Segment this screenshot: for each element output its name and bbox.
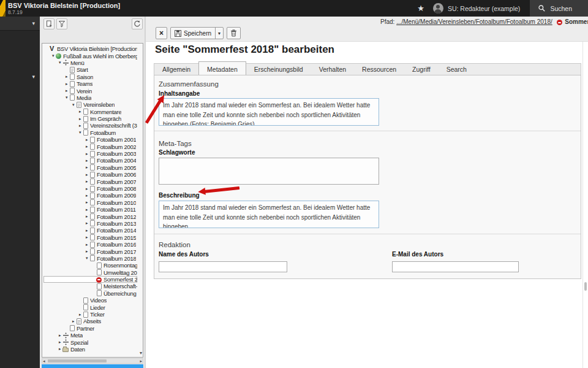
tree-item[interactable]: Rosenmontagszug 201: [43, 262, 137, 269]
tree-expander[interactable]: ▸: [84, 144, 89, 149]
tree-item[interactable]: Start: [43, 66, 137, 73]
tree-item[interactable]: ▸ Fotoalbum 2002: [43, 143, 137, 150]
tree-expander[interactable]: ▾: [64, 95, 69, 100]
tree-item[interactable]: ▸ Fotoalbum 2015: [43, 234, 137, 241]
tree-expander[interactable]: ▾: [57, 60, 62, 65]
tree-item[interactable]: ▸ Fotoalbum 2017: [43, 248, 137, 255]
tree-expander[interactable]: ▸: [70, 319, 76, 324]
tree-expander[interactable]: ▸: [84, 242, 89, 247]
tree-item[interactable]: ▸ Fotoalbum 2008: [43, 185, 137, 192]
tree-item[interactable]: ▾ Fotoalbum: [43, 129, 137, 136]
tree-item[interactable]: ▸ Fotoalbum 2016: [43, 241, 137, 248]
new-page-button[interactable]: [43, 18, 55, 29]
tree-item[interactable]: ▸ Fotoalbum 2011: [43, 206, 137, 213]
close-button[interactable]: ×: [156, 27, 167, 39]
tree-expander[interactable]: ▸: [84, 228, 89, 233]
favorites-star-icon[interactable]: ★: [417, 0, 424, 17]
tree-item[interactable]: ▾ Fußball aus Wiehl im Oberbergischen: [43, 52, 137, 59]
tab-allgemein[interactable]: Allgemein: [154, 64, 198, 75]
avatar[interactable]: [433, 3, 443, 13]
hscroll-right-icon[interactable]: ▸: [140, 359, 142, 364]
tab-erscheinungsbild[interactable]: Erscheinungsbild: [246, 64, 311, 75]
tree-item[interactable]: ▸ Vereinszeitschrift (360 GRA: [43, 122, 137, 129]
tree-expander[interactable]: ▸: [84, 158, 89, 163]
author-email-input[interactable]: [392, 261, 519, 272]
tree-expander[interactable]: ▸: [77, 109, 83, 114]
hscroll-left-icon[interactable]: ◂: [43, 359, 45, 364]
refresh-button[interactable]: [132, 18, 143, 29]
tree-expander[interactable]: ▸: [57, 333, 62, 338]
tree-item[interactable]: ▾ Vereinsleben: [43, 101, 137, 108]
tree-item[interactable]: ▸ Fotoalbum 2005: [43, 164, 137, 171]
tab-verhalten[interactable]: Verhalten: [311, 64, 354, 75]
tree-item[interactable]: ▸ Fotoalbum 2006: [43, 171, 137, 178]
schlagworte-textarea[interactable]: [159, 158, 379, 185]
tree-item[interactable]: ▸ Verein: [43, 87, 137, 94]
tree-vscroll-down-icon[interactable]: ▾: [140, 350, 142, 356]
tree-expander[interactable]: ▸: [84, 179, 89, 184]
tree-expander[interactable]: ▸: [64, 74, 69, 79]
rail-caret-mid-icon[interactable]: ▾: [32, 74, 35, 80]
tree-item[interactable]: ▾ Menü: [43, 59, 137, 66]
tree-item[interactable]: ▸ Abseits: [43, 318, 137, 324]
tree-expander[interactable]: ▾: [70, 102, 76, 107]
tree-expander[interactable]: ▸: [84, 221, 89, 226]
tab-ressourcen[interactable]: Ressourcen: [354, 64, 404, 75]
author-name-input[interactable]: [159, 261, 287, 272]
tree-item[interactable]: Überreichung der Sch: [43, 290, 137, 297]
tree-item[interactable]: ▸ Ticker: [43, 311, 137, 318]
tree-item[interactable]: Umwelttag 2018: [43, 269, 137, 276]
tree-item[interactable]: ▸ Kommentare: [43, 109, 137, 115]
tree-item[interactable]: Meisterschaft- und Au: [43, 283, 137, 289]
tree-expander[interactable]: ▸: [84, 207, 89, 212]
tree-expander[interactable]: ▸: [77, 123, 83, 128]
beschreibung-textarea[interactable]: Im Jahr 2018 stand mal wieder ein Sommer…: [159, 201, 379, 228]
tree-expander[interactable]: ▸: [84, 165, 89, 170]
tree-expander[interactable]: ▸: [84, 235, 89, 240]
tree-item[interactable]: Lieder: [43, 304, 137, 310]
tree-item[interactable]: ▸ Fotoalbum 2003: [43, 150, 137, 157]
tree-item[interactable]: ▸ Fotoalbum 2007: [43, 178, 137, 185]
tree-item[interactable]: Sommerfest 2018: [43, 276, 137, 283]
tree-expander[interactable]: ▸: [84, 193, 89, 198]
tree-expander[interactable]: ▸: [64, 82, 69, 86]
tree-item[interactable]: Partner: [43, 325, 137, 332]
delete-button[interactable]: [227, 27, 241, 39]
tree-expander[interactable]: ▸: [77, 117, 83, 121]
tree-item[interactable]: ▸ Fotoalbum 2009: [43, 192, 137, 199]
tab-search[interactable]: Search: [439, 64, 475, 75]
window-scrollbar-thumb[interactable]: [584, 282, 587, 291]
tab-zugriff[interactable]: Zugriff: [404, 64, 439, 75]
tree-expander[interactable]: ▾: [50, 53, 56, 58]
tree-item[interactable]: ▸ Fotoalbum 2014: [43, 227, 137, 234]
tree-expander[interactable]: ▸: [84, 214, 89, 219]
tree-expander[interactable]: ▸: [77, 312, 83, 317]
tree-expander[interactable]: ▸: [64, 88, 69, 93]
tree-item[interactable]: Videos: [43, 297, 137, 304]
tree-expander[interactable]: ▾: [84, 256, 89, 261]
tree-expander[interactable]: ▸: [84, 249, 89, 254]
tree-item[interactable]: ▸ Fotoalbum 2004: [43, 157, 137, 164]
tree-item[interactable]: ▾ Fotoalbum 2018: [43, 255, 137, 262]
filter-button[interactable]: [56, 18, 67, 29]
inhaltsangabe-textarea[interactable]: Im Jahr 2018 stand mal wieder ein Sommer…: [159, 98, 379, 126]
tree-item[interactable]: ▸ Im Gespräch: [43, 115, 137, 122]
tree-item[interactable]: ▸ Fotoalbum 2010: [43, 199, 137, 206]
save-dropdown-caret-icon[interactable]: ▾: [215, 28, 223, 39]
search-button[interactable]: Suchen: [530, 0, 588, 17]
user-label[interactable]: SU: Redakteur (example): [448, 5, 520, 12]
hscroll-thumb[interactable]: [48, 359, 107, 362]
tree-item[interactable]: ▸ Fotoalbum 2012: [43, 213, 137, 220]
tree-expander[interactable]: ▸: [84, 137, 89, 142]
tree-item[interactable]: ▸ Spezial: [43, 339, 137, 345]
tree-item[interactable]: ▸ Fotoalbum 2013: [43, 220, 137, 227]
tree-item[interactable]: ▸ Meta: [43, 332, 137, 339]
tree-expander[interactable]: ▸: [57, 347, 62, 351]
tree-expander[interactable]: ▸: [84, 186, 89, 191]
tree-expander[interactable]: ▸: [57, 340, 62, 345]
tree-item[interactable]: ▾ Media: [43, 94, 137, 101]
tab-metadaten[interactable]: Metadaten: [198, 61, 246, 75]
tree-item[interactable]: BSV Viktoria Bielstein [Production]: [43, 45, 137, 52]
save-button[interactable]: Speichern: [171, 28, 215, 39]
save-split-button[interactable]: Speichern ▾: [170, 27, 224, 39]
